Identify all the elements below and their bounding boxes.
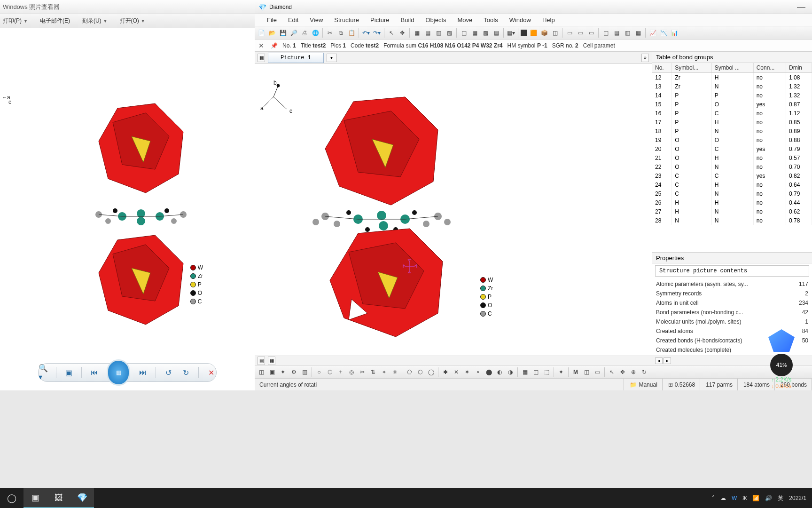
t2-30[interactable]: ▭ — [593, 367, 602, 377]
bond-row[interactable]: 25CNno0.79 — [652, 189, 812, 198]
view6-icon[interactable]: ▦ — [470, 28, 479, 38]
globe-icon[interactable]: 🌐 — [311, 28, 320, 38]
tray-ime[interactable]: 英 — [778, 494, 783, 502]
cut-icon[interactable]: ✂ — [325, 28, 335, 38]
zoom-icon[interactable]: 🔍▾ — [39, 367, 48, 378]
pin-icon[interactable]: 📌 — [271, 42, 278, 49]
t2-16[interactable]: ◯ — [426, 367, 436, 377]
t2-21[interactable]: ⬤ — [484, 367, 493, 377]
minimize-button[interactable]: — — [794, 2, 808, 12]
panel4-icon[interactable]: ▦ — [633, 28, 643, 38]
dm-menu-window[interactable]: Window — [509, 16, 531, 24]
save-icon[interactable]: 💾 — [278, 28, 288, 38]
dm-menu-file[interactable]: File — [267, 16, 277, 24]
thumb1-icon[interactable]: ▤ — [258, 357, 265, 365]
panel3-icon[interactable]: ▥ — [623, 28, 632, 38]
scroll-tabs-icon[interactable]: » — [641, 54, 649, 62]
tray-up-icon[interactable]: ˄ — [712, 495, 715, 501]
bond-row[interactable]: 18PNno0.89 — [652, 127, 812, 135]
grid-tool-icon[interactable]: ▦ — [258, 54, 265, 62]
tray-cloud-icon[interactable]: ☁ — [720, 495, 726, 501]
dm-menu-help[interactable]: Help — [542, 16, 555, 24]
dm-menu-move[interactable]: Move — [458, 16, 473, 24]
t2-7[interactable]: ⬡ — [325, 367, 335, 377]
t2-20[interactable]: ⚬ — [473, 367, 483, 377]
bond-row[interactable]: 21OHno0.57 — [652, 153, 812, 162]
view3-icon[interactable]: ▥ — [434, 28, 443, 38]
print-icon[interactable]: 🖨 — [300, 28, 309, 38]
color2-icon[interactable]: 🟧 — [529, 28, 538, 38]
nav-prev-icon[interactable]: ◄ — [655, 357, 663, 364]
layer2-icon[interactable]: ▭ — [576, 28, 585, 38]
dm-menu-picture[interactable]: Picture — [370, 16, 389, 24]
dm-menu-view[interactable]: View — [310, 16, 323, 24]
fit-icon[interactable]: ▣ — [64, 367, 74, 378]
paste-icon[interactable]: 📋 — [347, 28, 356, 38]
task-app-1[interactable]: ▣ — [23, 488, 47, 508]
bond-row[interactable]: 23CCyes0.82 — [652, 171, 812, 180]
t2-17[interactable]: ✱ — [441, 367, 450, 377]
color1-icon[interactable] — [521, 30, 527, 36]
bond-row[interactable]: 12ZrHno1.08 — [652, 73, 812, 82]
chart3-icon[interactable]: 📊 — [670, 28, 679, 38]
bond-table[interactable]: No.Symbol...Symbol ...Conn...Dmin 12ZrHn… — [652, 63, 812, 252]
new-icon[interactable]: 📄 — [257, 28, 266, 38]
thumb2-icon[interactable]: ▦ — [268, 357, 275, 365]
unitcell-icon[interactable]: 📦 — [539, 28, 549, 38]
t2-5[interactable]: ▥ — [300, 367, 309, 377]
pan-icon[interactable]: ✥ — [398, 28, 407, 38]
t2-34[interactable]: ↻ — [640, 367, 649, 377]
layer3-icon[interactable]: ▭ — [586, 28, 596, 38]
bond-row[interactable]: 17PHno0.85 — [652, 118, 812, 127]
view2-icon[interactable]: ▤ — [423, 28, 432, 38]
t2-8[interactable]: ＋ — [336, 367, 345, 377]
properties-subtitle[interactable]: Structure picture contents — [655, 265, 809, 277]
open-icon[interactable]: 📂 — [267, 28, 277, 38]
dm-menu-structure[interactable]: Structure — [334, 16, 359, 24]
bond-row[interactable]: 27HNno0.62 — [652, 207, 812, 216]
t2-18[interactable]: ✕ — [452, 367, 461, 377]
bond-row[interactable]: 28NNno0.78 — [652, 216, 812, 225]
t2-14[interactable]: ⬠ — [405, 367, 414, 377]
t2-33[interactable]: ⊕ — [629, 367, 638, 377]
bond-row[interactable]: 24CHno0.64 — [652, 180, 812, 189]
grid-icon[interactable]: ▦▾ — [506, 28, 515, 38]
status-mode[interactable]: 📁 Manual — [625, 379, 662, 390]
start-button[interactable]: ◯ — [0, 488, 23, 508]
bond-row[interactable]: 26HHno0.44 — [652, 198, 812, 207]
pv-canvas[interactable]: ←a c — [0, 28, 255, 362]
speed-overlay[interactable]: 41% ↑ 2.2K/s ↓ 0.0K/s — [763, 329, 800, 389]
t2-24[interactable]: ▦ — [520, 367, 530, 377]
tray-bt-icon[interactable]: ⵣ — [742, 495, 747, 501]
view4-icon[interactable]: ▧ — [445, 28, 454, 38]
dm-menu-objects[interactable]: Objects — [425, 16, 446, 24]
layer1-icon[interactable]: ▭ — [565, 28, 574, 38]
prop-row[interactable]: Atomic parameters (asym. sites, sy...117 — [652, 279, 812, 289]
t2-29[interactable]: ◫ — [582, 367, 591, 377]
t2-2[interactable]: ▣ — [267, 367, 277, 377]
prop-row[interactable]: Symmetry records2 — [652, 289, 812, 298]
slideshow-button[interactable]: ▦ — [107, 359, 130, 386]
rotate-ccw-icon[interactable]: ↺ — [164, 367, 173, 378]
prop-row[interactable]: Bond parameters (non-bonding c...42 — [652, 308, 812, 317]
panel2-icon[interactable]: ▤ — [612, 28, 621, 38]
t2-13[interactable]: ⚛ — [390, 367, 399, 377]
t2-1[interactable]: ◫ — [257, 367, 266, 377]
nav-next-icon[interactable]: ► — [664, 357, 671, 364]
tray-date[interactable]: 2022/1 — [789, 495, 806, 501]
bond-row[interactable]: 20OCyes0.79 — [652, 144, 812, 153]
t2-19[interactable]: ✶ — [462, 367, 472, 377]
t2-22[interactable]: ◐ — [495, 367, 504, 377]
view1-icon[interactable]: ▦ — [412, 28, 422, 38]
bond-row[interactable]: 14PPno1.32 — [652, 91, 812, 100]
t2-3[interactable]: ✦ — [278, 367, 288, 377]
view8-icon[interactable]: ▤ — [492, 28, 501, 38]
t2-28[interactable]: M — [571, 367, 580, 377]
dm-menu-edit[interactable]: Edit — [288, 16, 298, 24]
pv-menu-burn[interactable]: 刻录(U)▼ — [82, 17, 108, 25]
t2-26[interactable]: ⬚ — [542, 367, 551, 377]
t2-15[interactable]: ⬡ — [415, 367, 425, 377]
find-icon[interactable]: 🔎 — [289, 28, 298, 38]
new-tab-icon[interactable]: ▾ — [327, 54, 337, 62]
pv-menu-email[interactable]: 电子邮件(E) — [40, 17, 70, 25]
